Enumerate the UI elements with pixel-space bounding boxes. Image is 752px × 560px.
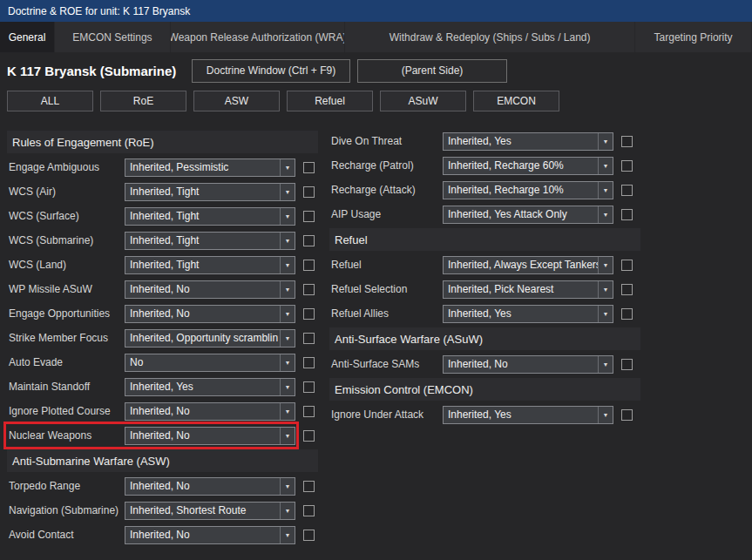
checkbox-dive-on-threat[interactable] xyxy=(621,136,633,147)
dropdown-wcs-surface[interactable]: Inherited, Tight▼ xyxy=(125,207,295,226)
setting-row-navigation-submarine: Navigation (Submarine)Inherited, Shortes… xyxy=(7,498,318,523)
dropdown-anti-surface-sams[interactable]: Inherited, No▼ xyxy=(443,355,613,374)
checkbox-maintain-standoff[interactable] xyxy=(303,381,315,393)
dropdown-engage-ambiguous[interactable]: Inherited, Pessimistic▼ xyxy=(125,159,295,177)
setting-row-engage-opportunities: Engage OpportunitiesInherited, No▼ xyxy=(7,301,318,326)
dropdown-value: Inherited, Always Except Tankers xyxy=(444,259,598,271)
checkbox-aip-usage[interactable] xyxy=(621,209,633,220)
checkbox-nuclear-weapons[interactable] xyxy=(303,430,315,442)
dropdown-value: Inherited, Opportunity scramblin xyxy=(125,332,280,344)
filter-button-refuel[interactable]: Refuel xyxy=(287,91,373,111)
doctrine-window-button[interactable]: Doctrine Window (Ctrl + F9) xyxy=(192,59,350,83)
checkbox-avoid-contact[interactable] xyxy=(303,530,315,541)
checkbox-ignore-plotted-course[interactable] xyxy=(303,406,315,417)
dropdown-torpedo-range[interactable]: Inherited, No▼ xyxy=(125,477,295,496)
dropdown-wcs-land[interactable]: Inherited, Tight▼ xyxy=(125,256,295,274)
dropdown-wcs-air[interactable]: Inherited, Tight▼ xyxy=(125,183,295,201)
setting-label-maintain-standoff: Maintain Standoff xyxy=(7,381,125,393)
dropdown-recharge-patrol[interactable]: Inherited, Recharge 60%▼ xyxy=(443,157,613,175)
setting-row-maintain-standoff: Maintain StandoffInherited, Yes▼ xyxy=(7,374,318,399)
row-main: Engage OpportunitiesInherited, No▼ xyxy=(7,303,295,324)
setting-row-aip-usage: AIP UsageInherited, Yes Attack Only▼ xyxy=(329,202,640,226)
checkbox-refuel-allies[interactable] xyxy=(621,308,633,320)
checkbox-recharge-attack[interactable] xyxy=(621,185,633,196)
parent-side-button[interactable]: (Parent Side) xyxy=(357,59,507,83)
dropdown-ignore-under-attack[interactable]: Inherited, Yes▼ xyxy=(443,406,613,424)
dropdown-engage-opportunities[interactable]: Inherited, No▼ xyxy=(125,305,295,323)
chevron-down-icon: ▼ xyxy=(598,257,613,273)
dropdown-refuel-selection[interactable]: Inherited, Pick Nearest▼ xyxy=(443,280,613,299)
checkbox-wcs-air[interactable] xyxy=(303,186,315,198)
row-main: Engage AmbiguousInherited, Pessimistic▼ xyxy=(7,157,295,178)
filter-button-all[interactable]: ALL xyxy=(7,91,93,111)
setting-row-dive-on-threat: Dive On ThreatInherited, Yes▼ xyxy=(329,129,640,153)
checkbox-wcs-surface[interactable] xyxy=(303,211,315,222)
dropdown-wcs-submarine[interactable]: Inherited, Tight▼ xyxy=(125,232,295,250)
checkbox-wcs-submarine[interactable] xyxy=(303,235,315,246)
checkbox-engage-opportunities[interactable] xyxy=(303,308,315,320)
checkbox-wp-missile-asuw[interactable] xyxy=(303,284,315,295)
checkbox-refuel[interactable] xyxy=(621,260,633,271)
setting-label-engage-ambiguous: Engage Ambiguous xyxy=(7,161,125,173)
row-main: Anti-Surface SAMsInherited, No▼ xyxy=(329,354,613,374)
title-bar: Doctrine & ROE for unit: K 117 Bryansk xyxy=(0,0,752,22)
checkbox-ignore-under-attack[interactable] xyxy=(621,409,633,421)
dropdown-avoid-contact[interactable]: Inherited, No▼ xyxy=(125,526,295,544)
dropdown-refuel-allies[interactable]: Inherited, Yes▼ xyxy=(443,305,613,323)
right-column: Dive On ThreatInherited, Yes▼Recharge (P… xyxy=(329,129,640,427)
dropdown-navigation-submarine[interactable]: Inherited, Shortest Route▼ xyxy=(125,502,295,520)
setting-label-dive-on-threat: Dive On Threat xyxy=(329,135,443,147)
checkbox-torpedo-range[interactable] xyxy=(303,481,315,492)
setting-label-refuel: Refuel xyxy=(329,259,443,271)
chevron-down-icon: ▼ xyxy=(280,330,295,347)
dropdown-ignore-plotted-course[interactable]: Inherited, No▼ xyxy=(125,402,295,421)
dropdown-strike-member-focus[interactable]: Inherited, Opportunity scramblin▼ xyxy=(125,329,295,347)
chevron-down-icon: ▼ xyxy=(280,257,295,273)
tab-bar: GeneralEMCON SettingsWeapon Release Auth… xyxy=(0,22,752,52)
checkbox-strike-member-focus[interactable] xyxy=(303,333,315,344)
setting-row-refuel-selection: Refuel SelectionInherited, Pick Nearest▼ xyxy=(329,277,640,301)
dropdown-refuel[interactable]: Inherited, Always Except Tankers▼ xyxy=(443,256,613,274)
checkbox-navigation-submarine[interactable] xyxy=(303,505,315,516)
dropdown-value: Inherited, No xyxy=(125,283,280,295)
dropdown-auto-evade[interactable]: No▼ xyxy=(125,354,295,372)
tab-emcon-settings[interactable]: EMCON Settings xyxy=(55,22,171,52)
chevron-down-icon: ▼ xyxy=(280,208,295,225)
checkbox-recharge-patrol[interactable] xyxy=(621,160,633,172)
dropdown-value: No xyxy=(125,356,280,368)
dropdown-aip-usage[interactable]: Inherited, Yes Attack Only▼ xyxy=(443,206,613,224)
chevron-down-icon: ▼ xyxy=(598,182,613,199)
filter-button-asw[interactable]: ASW xyxy=(193,91,280,111)
setting-label-auto-evade: Auto Evade xyxy=(7,356,125,368)
dropdown-maintain-standoff[interactable]: Inherited, Yes▼ xyxy=(125,378,295,396)
filter-button-asuw[interactable]: ASuW xyxy=(380,91,466,111)
filter-button-emcon[interactable]: EMCON xyxy=(473,91,559,111)
checkbox-engage-ambiguous[interactable] xyxy=(303,162,315,173)
setting-row-refuel-allies: Refuel AlliesInherited, Yes▼ xyxy=(329,301,640,326)
dropdown-dive-on-threat[interactable]: Inherited, Yes▼ xyxy=(443,132,613,151)
tab-general[interactable]: General xyxy=(0,22,55,52)
checkbox-wcs-land[interactable] xyxy=(303,260,315,271)
chevron-down-icon: ▼ xyxy=(280,281,295,298)
tab-weapon-release-authorization-wra[interactable]: Weapon Release Authorization (WRA) xyxy=(171,22,345,52)
dropdown-wp-missile-asuw[interactable]: Inherited, No▼ xyxy=(125,280,295,299)
checkbox-anti-surface-sams[interactable] xyxy=(621,359,633,370)
unit-title: K 117 Bryansk (Submarine) xyxy=(7,64,192,78)
filter-button-roe[interactable]: RoE xyxy=(100,91,186,111)
dropdown-nuclear-weapons[interactable]: Inherited, No▼ xyxy=(125,427,295,445)
chevron-down-icon: ▼ xyxy=(598,133,613,150)
dropdown-recharge-attack[interactable]: Inherited, Recharge 10%▼ xyxy=(443,181,613,199)
dropdown-value: Inherited, Pessimistic xyxy=(125,161,280,173)
row-main: Refuel SelectionInherited, Pick Nearest▼ xyxy=(329,279,613,300)
setting-row-recharge-attack: Recharge (Attack)Inherited, Recharge 10%… xyxy=(329,178,640,202)
setting-row-anti-surface-sams: Anti-Surface SAMsInherited, No▼ xyxy=(329,352,640,376)
chevron-down-icon: ▼ xyxy=(280,379,295,395)
chevron-down-icon: ▼ xyxy=(598,158,613,174)
checkbox-auto-evade[interactable] xyxy=(303,357,315,368)
tab-withdraw-redeploy-ships-subs-land[interactable]: Withdraw & Redeploy (Ships / Subs / Land… xyxy=(345,22,635,52)
tab-targeting-priority[interactable]: Targeting Priority xyxy=(635,22,752,52)
checkbox-refuel-selection[interactable] xyxy=(621,284,633,295)
chevron-down-icon: ▼ xyxy=(598,407,613,423)
setting-row-engage-ambiguous: Engage AmbiguousInherited, Pessimistic▼ xyxy=(7,155,318,179)
row-main: Strike Member FocusInherited, Opportunit… xyxy=(7,327,295,348)
